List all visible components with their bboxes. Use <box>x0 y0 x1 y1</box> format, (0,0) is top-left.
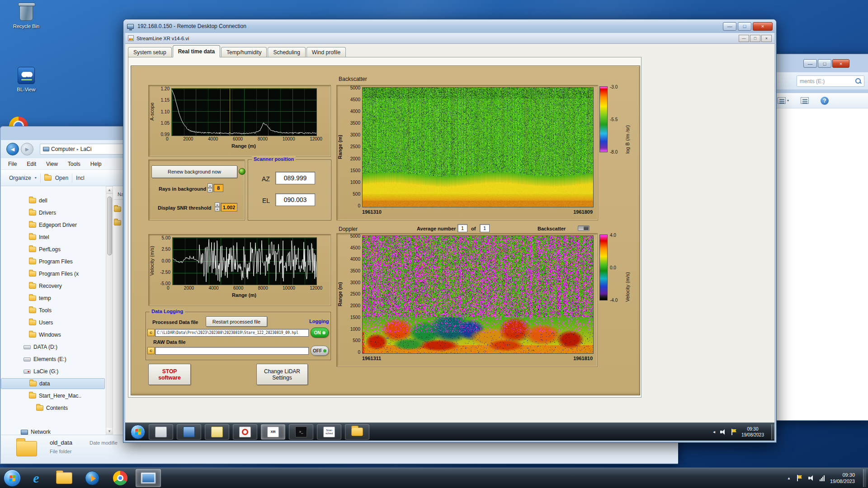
menu-view[interactable]: View <box>46 161 58 167</box>
change-lidar-settings-button[interactable]: Change LiDAR Settings <box>256 364 308 385</box>
network-icon[interactable] <box>820 475 825 481</box>
organize-button[interactable]: Organize <box>9 175 31 181</box>
scroll-up-icon[interactable]: ▲ <box>106 187 113 194</box>
tree-item-start-here-mac[interactable]: Start_Here_Mac.. <box>1 390 105 401</box>
tree-item-recovery[interactable]: Recovery <box>1 281 105 291</box>
tree-item-data[interactable]: data <box>1 378 105 389</box>
desktop-icon-bl-view[interactable]: BL-View <box>5 67 47 92</box>
breadcrumb-segment[interactable]: Computer <box>51 146 75 152</box>
taskbar-internet-explorer[interactable]: e <box>24 469 49 487</box>
az-value-field[interactable]: 089.999 <box>275 172 315 184</box>
el-value-field[interactable]: 090.003 <box>275 193 315 206</box>
tree-item-lacie-g[interactable]: LaCie (G:) <box>1 366 105 377</box>
of-count-field[interactable]: 1 <box>480 224 490 232</box>
show-desktop-button[interactable] <box>771 424 774 440</box>
taskbar-media-player[interactable] <box>80 469 105 487</box>
remote-taskbar-notes[interactable] <box>205 424 229 440</box>
remote-clock[interactable]: 09:30 19/08/2023 <box>741 426 764 438</box>
raw-logging-toggle[interactable]: OFF <box>311 346 329 356</box>
snr-stepper[interactable]: ▲▼ <box>215 202 220 211</box>
menu-tools[interactable]: Tools <box>68 161 80 167</box>
raw-path-field[interactable] <box>155 347 309 355</box>
remote-taskbar-app-window[interactable] <box>149 424 173 440</box>
action-center-icon[interactable] <box>731 429 737 435</box>
tree-item-edgeport-driver[interactable]: Edgeport Driver <box>1 220 105 230</box>
scroll-down-icon[interactable]: ▼ <box>106 428 113 435</box>
renew-background-button[interactable]: Renew background now <box>151 165 237 178</box>
tab-wind-profile[interactable]: Wind profile <box>307 47 346 57</box>
show-desktop-button[interactable] <box>863 469 866 487</box>
host-clock[interactable]: 09:30 19/08/2023 <box>830 472 858 484</box>
tab-real-time-data[interactable]: Real time data <box>173 45 220 57</box>
close-button[interactable]: × <box>761 35 772 42</box>
close-button[interactable]: × <box>753 22 773 31</box>
tree-item-perflogs[interactable]: PerfLogs <box>1 244 105 255</box>
processed-logging-toggle[interactable]: ON <box>311 328 329 338</box>
remote-taskbar-folder[interactable] <box>345 424 369 440</box>
action-center-icon[interactable] <box>796 475 802 481</box>
tree-item-dell[interactable]: dell <box>1 195 105 206</box>
taskbar-chrome[interactable] <box>108 469 133 487</box>
average-number-field[interactable]: 1 <box>458 224 467 232</box>
tree-item-program-files[interactable]: Program Files <box>1 256 105 267</box>
tree-item-elements-e[interactable]: Elements (E:) <box>1 354 105 365</box>
open-button[interactable]: Open <box>55 175 68 181</box>
remote-taskbar-power[interactable] <box>233 424 257 440</box>
remote-start-button[interactable] <box>131 425 145 439</box>
rays-stepper[interactable]: ▲▼ <box>208 183 212 192</box>
tree-item-temp[interactable]: temp <box>1 293 105 304</box>
remote-taskbar-display[interactable] <box>177 424 201 440</box>
tray-chevron-icon[interactable]: ◂ <box>713 429 715 434</box>
close-button[interactable]: × <box>832 59 849 68</box>
remote-taskbar-scan-scheduler[interactable]: Scan sched <box>317 424 341 440</box>
remote-taskbar-xr-app[interactable]: XR <box>261 424 285 440</box>
maximize-button[interactable]: □ <box>818 59 831 68</box>
remote-taskbar-console[interactable]: >_ <box>289 424 313 440</box>
rays-value-field[interactable]: 8 <box>213 184 223 192</box>
menu-edit[interactable]: Edit <box>27 161 36 167</box>
search-input[interactable]: ments (E:) <box>797 75 864 87</box>
backscatter-toggle[interactable] <box>578 225 590 231</box>
desktop-icon-recycle-bin[interactable]: Recycle Bin <box>5 5 47 29</box>
search-icon[interactable] <box>855 78 861 84</box>
restore-button[interactable]: □ <box>738 22 751 31</box>
tab-temp-humidity[interactable]: Temp/humidity <box>221 47 267 57</box>
processed-path-field[interactable]: C:\LiDAR\Data\Proc\2023\202308\20230819\… <box>155 329 309 337</box>
tab-scheduling[interactable]: Scheduling <box>268 47 305 57</box>
taskbar-remote-desktop[interactable] <box>136 469 161 487</box>
tree-item-tools[interactable]: Tools <box>1 305 105 316</box>
tree-scrollbar[interactable]: ▲ ▼ <box>106 186 113 436</box>
snr-value-field[interactable]: 1.002 <box>221 203 237 211</box>
menu-file[interactable]: File <box>8 161 17 167</box>
tree-item-contents[interactable]: Contents <box>1 403 105 413</box>
restore-button[interactable]: □ <box>750 35 760 42</box>
stop-software-button[interactable]: STOP software <box>148 364 191 385</box>
include-button[interactable]: Incl <box>76 175 85 181</box>
taskbar-explorer[interactable] <box>52 469 77 487</box>
tree-item-data-d[interactable]: DATA (D:) <box>1 342 105 352</box>
tree-item-users[interactable]: Users <box>1 317 105 328</box>
views-button[interactable]: ▾ <box>778 97 789 104</box>
tree-item-drivers[interactable]: Drivers <box>1 207 105 218</box>
hidden-icons-chevron-icon[interactable]: ▲ <box>787 476 791 480</box>
forward-button[interactable]: ▶ <box>21 143 33 155</box>
minimize-button[interactable]: — <box>803 59 817 68</box>
minimize-button[interactable]: — <box>739 35 749 42</box>
tree-item-windows[interactable]: Windows <box>1 329 105 340</box>
help-icon[interactable]: ? <box>821 97 829 105</box>
scrollbar-thumb[interactable] <box>107 197 112 255</box>
back-button[interactable]: ◀ <box>6 143 19 155</box>
start-button[interactable] <box>4 469 21 487</box>
minimize-button[interactable]: — <box>723 22 736 31</box>
tab-system-setup[interactable]: System setup <box>128 47 172 57</box>
rdp-title-bar[interactable]: 192.168.0.150 - Remote Desktop Connectio… <box>123 19 776 33</box>
menu-help[interactable]: Help <box>90 161 102 167</box>
tree-item-program-files-x[interactable]: Program Files (x <box>1 268 105 279</box>
restart-processed-file-button[interactable]: Restart processed file <box>206 316 267 327</box>
vi-title-bar[interactable]: StreamLine XR v14-6.vi — □ × <box>125 33 774 44</box>
tree-item-intel[interactable]: Intel <box>1 232 105 243</box>
speaker-icon[interactable] <box>720 429 726 435</box>
preview-pane-icon[interactable] <box>801 97 809 104</box>
speaker-icon[interactable] <box>808 475 814 481</box>
breadcrumb-segment[interactable]: LaCi <box>80 146 92 152</box>
